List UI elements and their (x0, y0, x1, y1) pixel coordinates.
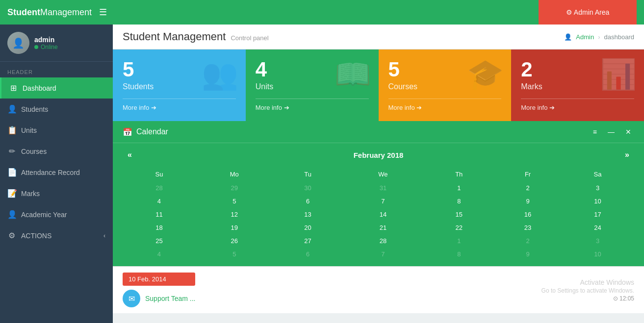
students-icon: 👤 (7, 104, 16, 114)
breadcrumb-current: dashboard (604, 33, 634, 41)
calendar-day[interactable]: 8 (425, 248, 493, 260)
sidebar-label-units: Units (21, 126, 105, 134)
sidebar-label-attendance: Attendance Record (21, 169, 105, 176)
calendar-day[interactable]: 9 (494, 195, 561, 207)
sidebar-label-academic: Academic Year (21, 211, 105, 219)
calendar-day[interactable]: 25 (124, 235, 195, 247)
students-more-info[interactable]: More info ➔ (123, 104, 236, 111)
calendar-day[interactable]: 16 (494, 208, 561, 221)
calendar-day[interactable]: 21 (342, 222, 423, 234)
calendar-day[interactable]: 7 (342, 248, 423, 260)
calendar-day[interactable]: 14 (342, 208, 423, 221)
calendar-section: 📅 Calendar ≡ — ✕ « February 2018 » (113, 121, 644, 266)
sidebar-item-attendance[interactable]: 📄 Attendance Record (0, 162, 113, 183)
calendar-day[interactable]: 12 (196, 208, 273, 221)
units-icon: 📋 (7, 125, 16, 135)
calendar-day[interactable]: 22 (425, 222, 493, 234)
calendar-day[interactable]: 20 (274, 222, 342, 234)
calendar-day[interactable]: 4 (124, 195, 195, 207)
sidebar-item-actions[interactable]: ⚙ ACTIONS ‹ (0, 225, 113, 246)
stat-card-units: 4 Units 📖 More info ➔ (246, 50, 379, 121)
calendar-day[interactable]: 19 (196, 222, 273, 234)
main-layout: 👤 admin Online HEADER ⊞ Dashboard 👤 Stud… (0, 25, 644, 323)
units-more-info[interactable]: More info ➔ (256, 104, 369, 111)
actions-icon: ⚙ (7, 231, 16, 240)
calendar-day[interactable]: 13 (274, 208, 342, 221)
calendar-day[interactable]: 5 (196, 195, 273, 207)
calendar-day[interactable]: 23 (494, 222, 561, 234)
calendar-day[interactable]: 15 (425, 208, 493, 221)
day-header-sa: Sa (562, 168, 633, 181)
topbar: StudentManagement ☰ ⚙ Admin Area (0, 0, 644, 25)
calendar-close-btn[interactable]: ✕ (622, 127, 634, 137)
calendar-day[interactable]: 11 (124, 208, 195, 221)
sidebar-item-units[interactable]: 📋 Units (0, 120, 113, 141)
message-icon: ✉ (123, 290, 140, 307)
calendar-day[interactable]: 6 (274, 248, 342, 260)
calendar-body: « February 2018 » Su Mo Tu We Th Fr Sa (113, 143, 644, 266)
stat-card-courses: 5 Courses 🎓 More info ➔ (379, 50, 512, 121)
date-badge: 10 Feb. 2014 (123, 273, 195, 286)
breadcrumb: 👤 Admin › dashboard (564, 33, 634, 41)
calendar-day[interactable]: 1 (425, 182, 493, 194)
calendar-day[interactable]: 31 (342, 182, 423, 194)
sidebar-item-students[interactable]: 👤 Students (0, 99, 113, 120)
calendar-day[interactable]: 28 (342, 235, 423, 247)
calendar-day[interactable]: 9 (494, 248, 561, 260)
sidebar-item-courses[interactable]: ✏ Courses (0, 141, 113, 162)
prev-month-button[interactable]: « (123, 148, 137, 162)
calendar-day[interactable]: 10 (562, 195, 633, 207)
calendar-day[interactable]: 5 (196, 248, 273, 260)
page-title-group: Student Management Control panel (123, 30, 269, 43)
calendar-day[interactable]: 3 (562, 235, 633, 247)
calendar-day[interactable]: 4 (124, 248, 195, 260)
calendar-day[interactable]: 27 (274, 235, 342, 247)
calendar-day[interactable]: 2 (494, 235, 561, 247)
marks-more-info[interactable]: More info ➔ (521, 104, 634, 111)
calendar-day[interactable]: 17 (562, 208, 633, 221)
sidebar-item-dashboard[interactable]: ⊞ Dashboard (0, 77, 113, 99)
calendar-day[interactable]: 3 (562, 182, 633, 194)
calendar-day[interactable]: 29 (196, 182, 273, 194)
status-dot (34, 45, 38, 49)
breadcrumb-link[interactable]: Admin (576, 33, 594, 41)
calendar-day[interactable]: 1 (425, 235, 493, 247)
calendar-header: 📅 Calendar ≡ — ✕ (113, 121, 644, 143)
calendar-menu-btn[interactable]: ≡ (590, 127, 600, 137)
calendar-day[interactable]: 24 (562, 222, 633, 234)
stats-row: 5 Students 👥 More info ➔ 4 Units 📖 More … (113, 50, 644, 121)
courses-icon: ✏ (7, 147, 16, 156)
calendar-day[interactable]: 2 (494, 182, 561, 194)
hamburger-icon[interactable]: ☰ (99, 7, 107, 18)
sidebar-item-marks[interactable]: 📝 Marks (0, 183, 113, 204)
user-info: admin Online (34, 36, 58, 50)
sidebar-label-dashboard: Dashboard (23, 84, 105, 92)
next-month-button[interactable]: » (620, 148, 634, 162)
sidebar: 👤 admin Online HEADER ⊞ Dashboard 👤 Stud… (0, 25, 113, 323)
calendar-minimize-btn[interactable]: — (605, 127, 618, 137)
calendar-nav: « February 2018 » (123, 148, 634, 162)
calendar-day[interactable]: 18 (124, 222, 195, 234)
calendar-day[interactable]: 6 (274, 195, 342, 207)
calendar-grid: Su Mo Tu We Th Fr Sa 2829303112345678910… (123, 167, 634, 261)
marks-footer: More info ➔ (521, 99, 634, 111)
day-header-we: We (342, 168, 423, 181)
dashboard-icon: ⊞ (9, 83, 18, 93)
marks-icon: 📝 (7, 189, 16, 198)
sidebar-label-courses: Courses (21, 148, 105, 155)
calendar-day[interactable]: 28 (124, 182, 195, 194)
calendar-day[interactable]: 7 (342, 195, 423, 207)
calendar-day[interactable]: 30 (274, 182, 342, 194)
units-footer: More info ➔ (256, 99, 369, 111)
message-text: Support Team ... (145, 295, 195, 302)
calendar-day[interactable]: 26 (196, 235, 273, 247)
sidebar-item-academic[interactable]: 👤 Academic Year (0, 204, 113, 225)
calendar-title-text: Calendar (136, 127, 168, 136)
admin-area-button[interactable]: ⚙ Admin Area (539, 0, 637, 25)
calendar-day[interactable]: 8 (425, 195, 493, 207)
calendar-day[interactable]: 10 (562, 248, 633, 260)
courses-more-info[interactable]: More info ➔ (388, 104, 502, 111)
activate-title: Activate Windows (580, 278, 634, 286)
day-header-mo: Mo (196, 168, 273, 181)
day-header-fr: Fr (494, 168, 561, 181)
